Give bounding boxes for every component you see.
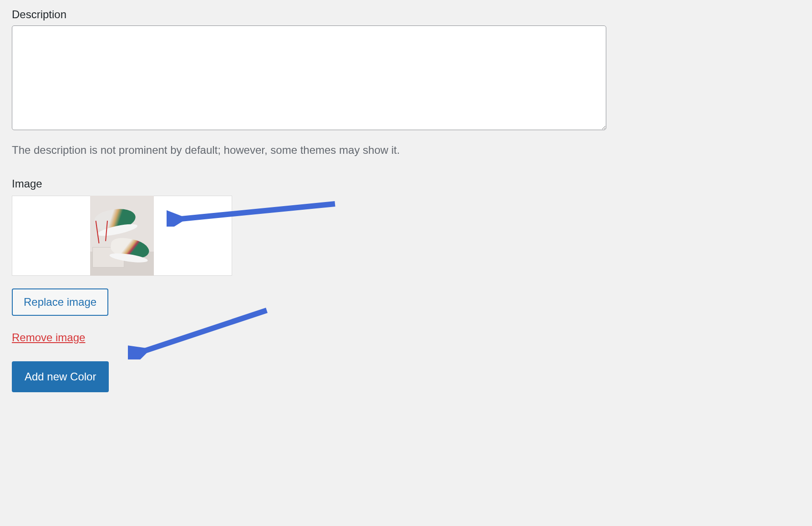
description-helper-text: The description is not prominent by defa… [12,144,800,157]
image-label: Image [12,177,800,190]
description-textarea[interactable] [12,25,606,130]
add-new-color-button[interactable]: Add new Color [12,361,109,392]
image-preview[interactable] [12,196,232,276]
replace-image-button[interactable]: Replace image [12,288,108,316]
remove-image-link[interactable]: Remove image [12,331,85,344]
description-field: Description The description is not promi… [12,8,800,157]
description-label: Description [12,8,800,21]
image-field: Image Replace image Remove image Add new… [12,177,800,392]
product-thumbnail [90,196,154,276]
